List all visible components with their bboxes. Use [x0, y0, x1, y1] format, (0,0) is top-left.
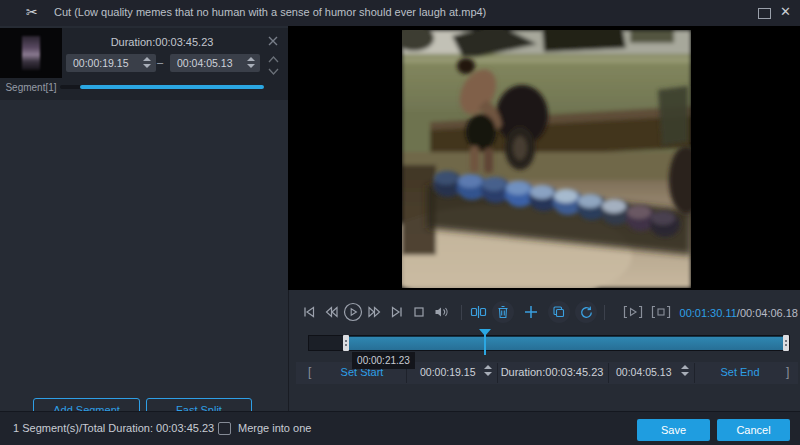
stop-icon	[411, 304, 427, 320]
volume-button[interactable]	[432, 303, 450, 321]
spinner-down-icon[interactable]	[247, 64, 255, 68]
window-title: Cut (Low quality memes that no human wit…	[54, 6, 486, 18]
segment-start-value: 00:00:19.15	[73, 57, 128, 69]
merge-checkbox[interactable]	[218, 422, 231, 435]
fast-forward-icon	[367, 304, 383, 320]
end-time-value: 00:04:05.13	[616, 366, 671, 378]
start-spinner[interactable]	[143, 57, 151, 68]
segment-list-panel: Segment[1] Duration:00:03:45.23 00:00:19…	[0, 26, 288, 411]
skip-start-icon	[301, 304, 317, 320]
remove-segment-button[interactable]	[266, 34, 280, 48]
spinner-down-icon[interactable]	[484, 372, 492, 376]
playhead-tooltip: 00:00:21.23	[352, 352, 415, 369]
playhead-handle-icon[interactable]	[479, 329, 491, 336]
spinner-down-icon[interactable]	[143, 64, 151, 68]
set-end-button[interactable]: Set End	[700, 366, 780, 378]
spinner-up-icon[interactable]	[247, 57, 255, 61]
segment-item[interactable]: Segment[1] Duration:00:03:45.23 00:00:19…	[0, 28, 288, 100]
segment-summary: 1 Segment(s)/Total Duration: 00:03:45.23	[13, 422, 214, 434]
trim-handle-right[interactable]	[783, 335, 789, 351]
stop-button[interactable]	[410, 303, 428, 321]
segment-label: Segment[1]	[0, 82, 62, 93]
skip-end-icon	[389, 304, 405, 320]
trim-handle-left[interactable]	[343, 335, 349, 351]
split-icon	[470, 304, 487, 320]
play-button[interactable]	[343, 302, 363, 322]
preview-play-button[interactable]	[621, 303, 645, 321]
title-bar: ✂ Cut (Low quality memes that no human w…	[0, 0, 800, 27]
bracket-stop-icon	[650, 304, 672, 320]
thumbnail-image	[22, 36, 40, 70]
spinner-up-icon[interactable]	[143, 57, 151, 61]
chevron-down-icon	[268, 68, 279, 75]
time-display: 00:01:30.11/00:04:06.18	[680, 307, 798, 319]
skip-start-button[interactable]	[300, 303, 318, 321]
chevron-up-icon	[268, 56, 279, 63]
segment-duration-label: Duration:00:03:45.23	[62, 36, 262, 48]
open-bracket: [	[308, 365, 311, 379]
delete-button[interactable]	[492, 301, 514, 323]
start-time-value: 00:00:19.15	[420, 366, 475, 378]
start-time-input[interactable]: 00:00:19.15	[406, 362, 497, 384]
cut-dialog-window: ✂ Cut (Low quality memes that no human w…	[0, 0, 800, 445]
close-button[interactable]: ✕	[780, 4, 791, 19]
total-time: 00:04:06.18	[740, 307, 798, 319]
toolbar-separator	[461, 305, 462, 320]
video-player[interactable]	[288, 26, 800, 290]
end-time-spinner[interactable]	[681, 365, 689, 376]
toolbar-separator	[604, 305, 605, 320]
close-bracket: ]	[786, 365, 789, 379]
step-forward-button[interactable]	[366, 303, 384, 321]
plus-icon	[523, 304, 539, 320]
trash-icon	[496, 305, 510, 319]
skip-end-button[interactable]	[388, 303, 406, 321]
segment-end-value: 00:04:05.13	[177, 57, 232, 69]
reset-button[interactable]	[575, 301, 597, 323]
maximize-button[interactable]	[758, 8, 771, 19]
merge-label: Merge into one	[238, 422, 311, 434]
cancel-button[interactable]: Cancel	[717, 419, 790, 441]
end-time-input[interactable]: 00:04:05.13	[608, 362, 694, 384]
copy-icon	[552, 305, 566, 319]
add-button[interactable]	[522, 303, 540, 321]
start-time-spinner[interactable]	[484, 365, 492, 376]
segment-progress-bar	[60, 85, 264, 89]
video-frame	[402, 30, 691, 288]
x-icon	[268, 36, 278, 46]
segment-start-input[interactable]: 00:00:19.15	[66, 54, 156, 72]
reset-icon	[579, 305, 594, 320]
rewind-icon	[323, 304, 339, 320]
bracket-play-icon	[622, 304, 644, 320]
copy-button[interactable]	[548, 301, 570, 323]
range-dash: –	[157, 56, 163, 68]
step-back-button[interactable]	[322, 303, 340, 321]
spinner-up-icon[interactable]	[681, 365, 689, 369]
split-button[interactable]	[469, 303, 487, 321]
timeline-selection[interactable]	[345, 336, 789, 350]
timeline-track[interactable]	[308, 335, 790, 351]
current-time: 00:01:30.11	[680, 307, 737, 319]
scissors-icon: ✂	[26, 4, 38, 20]
footer-bar: 1 Segment(s)/Total Duration: 00:03:45.23…	[0, 411, 800, 445]
save-button[interactable]: Save	[637, 419, 710, 441]
segment-thumbnail	[0, 28, 62, 78]
segment-end-input[interactable]: 00:04:05.13	[170, 54, 260, 72]
trim-separator	[694, 363, 695, 383]
segment-progress-fill	[80, 85, 264, 89]
move-down-button[interactable]	[266, 64, 280, 78]
play-icon	[343, 302, 363, 322]
speaker-icon	[433, 304, 450, 320]
trim-duration-label: Duration:00:03:45.23	[497, 366, 607, 378]
spinner-up-icon[interactable]	[484, 365, 492, 369]
spinner-down-icon[interactable]	[681, 372, 689, 376]
preview-stop-button[interactable]	[649, 303, 673, 321]
end-spinner[interactable]	[247, 57, 255, 68]
